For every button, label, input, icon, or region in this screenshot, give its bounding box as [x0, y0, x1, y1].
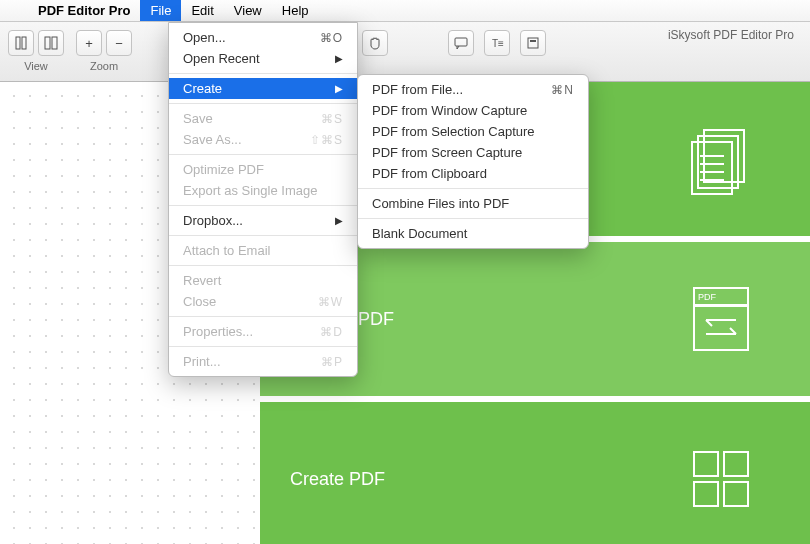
form-tool-button[interactable]: [520, 30, 546, 56]
menubar-view[interactable]: View: [224, 0, 272, 21]
svg-rect-2: [45, 37, 50, 49]
create-submenu-item[interactable]: PDF from Selection Capture: [358, 121, 588, 142]
menu-item-label: Print...: [183, 354, 221, 369]
app-name: PDF Editor Pro: [28, 3, 140, 18]
menubar-help[interactable]: Help: [272, 0, 319, 21]
create-submenu[interactable]: PDF from File...⌘NPDF from Window Captur…: [357, 74, 589, 249]
create-submenu-item[interactable]: Combine Files into PDF: [358, 193, 588, 214]
menu-item-label: PDF from File...: [372, 82, 463, 97]
menu-shortcut: ⌘N: [551, 83, 574, 97]
zoom-group: + − Zoom: [76, 30, 132, 72]
zoom-out-button[interactable]: −: [106, 30, 132, 56]
file-menu-item: Save⌘S: [169, 108, 357, 129]
view-two-page-button[interactable]: [38, 30, 64, 56]
window-title: iSkysoft PDF Editor Pro: [668, 28, 794, 42]
create-submenu-item[interactable]: PDF from File...⌘N: [358, 79, 588, 100]
menubar-file[interactable]: File: [140, 0, 181, 21]
menu-shortcut: ⌘D: [320, 325, 343, 339]
hand-tool-button[interactable]: [362, 30, 388, 56]
menu-shortcut: ⌘S: [321, 112, 343, 126]
file-menu-item: Revert: [169, 270, 357, 291]
menu-item-label: Save: [183, 111, 213, 126]
grid-icon: [682, 440, 760, 518]
file-menu-item: Print...⌘P: [169, 351, 357, 372]
create-submenu-item[interactable]: Blank Document: [358, 223, 588, 244]
submenu-arrow-icon: ▶: [335, 83, 343, 94]
svg-text:PDF: PDF: [698, 292, 717, 302]
menu-item-label: PDF from Selection Capture: [372, 124, 535, 139]
svg-rect-6: [528, 38, 538, 48]
file-menu-item[interactable]: Open Recent▶: [169, 48, 357, 69]
menubar-edit[interactable]: Edit: [181, 0, 223, 21]
menu-item-label: Properties...: [183, 324, 253, 339]
menu-shortcut: ⌘O: [320, 31, 343, 45]
mac-menubar: PDF Editor Pro File Edit View Help: [0, 0, 810, 22]
card-title: Create PDF: [290, 469, 385, 490]
file-menu-item: Export as Single Image: [169, 180, 357, 201]
menu-item-label: Attach to Email: [183, 243, 270, 258]
card-create-pdf[interactable]: Create PDF: [260, 402, 810, 544]
svg-rect-21: [724, 482, 748, 506]
svg-rect-0: [16, 37, 20, 49]
menu-item-label: PDF from Window Capture: [372, 103, 527, 118]
svg-rect-20: [694, 482, 718, 506]
submenu-arrow-icon: ▶: [335, 53, 343, 64]
menu-item-label: Close: [183, 294, 216, 309]
menu-item-label: Save As...: [183, 132, 242, 147]
svg-rect-18: [694, 452, 718, 476]
file-menu-item[interactable]: Create▶: [169, 78, 357, 99]
file-menu-item: Close⌘W: [169, 291, 357, 312]
document-stack-icon: [682, 120, 760, 198]
menu-item-label: Create: [183, 81, 222, 96]
zoom-label: Zoom: [90, 60, 118, 72]
menu-shortcut: ⌘W: [318, 295, 343, 309]
create-submenu-item[interactable]: PDF from Clipboard: [358, 163, 588, 184]
menu-item-label: Blank Document: [372, 226, 467, 241]
menu-item-label: Export as Single Image: [183, 183, 317, 198]
menu-item-label: Optimize PDF: [183, 162, 264, 177]
svg-rect-19: [724, 452, 748, 476]
svg-rect-17: [694, 304, 748, 307]
svg-rect-7: [530, 40, 536, 42]
text-tool-button[interactable]: T≡: [484, 30, 510, 56]
create-submenu-item[interactable]: PDF from Window Capture: [358, 100, 588, 121]
file-menu-item: Attach to Email: [169, 240, 357, 261]
menu-item-label: Open...: [183, 30, 226, 45]
menu-item-label: PDF from Screen Capture: [372, 145, 522, 160]
svg-rect-1: [22, 37, 26, 49]
view-label: View: [24, 60, 48, 72]
submenu-arrow-icon: ▶: [335, 215, 343, 226]
svg-rect-3: [52, 37, 57, 49]
file-menu[interactable]: Open...⌘OOpen Recent▶Create▶Save⌘SSave A…: [168, 22, 358, 377]
convert-icon: PDF: [682, 280, 760, 358]
menu-item-label: PDF from Clipboard: [372, 166, 487, 181]
menu-item-label: Open Recent: [183, 51, 260, 66]
file-menu-item[interactable]: Dropbox...▶: [169, 210, 357, 231]
toolbar-right: T≡: [362, 30, 546, 56]
file-menu-item: Save As...⇧⌘S: [169, 129, 357, 150]
menu-item-label: Dropbox...: [183, 213, 243, 228]
toolbar: View + − Zoom T≡ iSkysoft PDF Editor Pro: [0, 22, 810, 82]
file-menu-item: Optimize PDF: [169, 159, 357, 180]
create-submenu-item[interactable]: PDF from Screen Capture: [358, 142, 588, 163]
zoom-in-button[interactable]: +: [76, 30, 102, 56]
menu-shortcut: ⌘P: [321, 355, 343, 369]
view-group: View: [8, 30, 64, 72]
svg-rect-4: [455, 38, 467, 46]
menu-item-label: Revert: [183, 273, 221, 288]
comment-tool-button[interactable]: [448, 30, 474, 56]
file-menu-item[interactable]: Open...⌘O: [169, 27, 357, 48]
menu-item-label: Combine Files into PDF: [372, 196, 509, 211]
svg-text:T≡: T≡: [492, 38, 504, 49]
menu-shortcut: ⇧⌘S: [310, 133, 343, 147]
view-single-page-button[interactable]: [8, 30, 34, 56]
file-menu-item: Properties...⌘D: [169, 321, 357, 342]
